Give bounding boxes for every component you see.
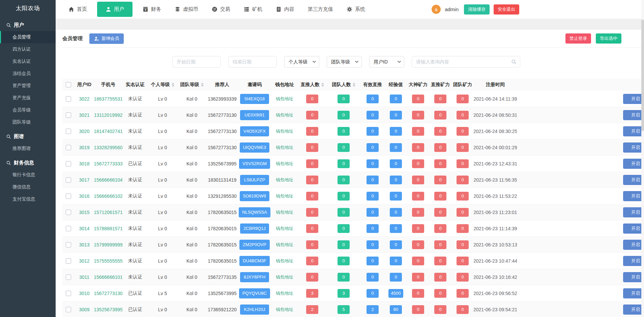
search-input[interactable] — [412, 56, 520, 68]
column-header-direct_count[interactable]: 直推人数 — [298, 82, 327, 88]
nav-tab-2[interactable]: ¥财务 — [136, 0, 168, 19]
team-level-select[interactable]: 团队等级 — [327, 56, 362, 68]
open-action-button[interactable]: 开启 — [623, 305, 644, 315]
phone-link[interactable]: 18147402741 — [94, 129, 122, 134]
phone-link[interactable]: 15799999999 — [94, 242, 122, 247]
user-id-link[interactable]: 3022 — [79, 96, 89, 102]
row-checkbox[interactable] — [66, 274, 71, 280]
sort-icon[interactable] — [172, 83, 174, 87]
forbid-login-button[interactable]: 禁止登录 — [565, 33, 591, 44]
nav-tab-0[interactable]: 首页 — [62, 0, 94, 19]
wallet-address-link[interactable]: 钱包地址 — [276, 209, 293, 215]
row-checkbox[interactable] — [66, 226, 71, 231]
nav-tab-6[interactable]: 内容 — [269, 0, 301, 19]
user-id-link[interactable]: 3015 — [79, 210, 89, 215]
phone-link[interactable]: 15755555555 — [94, 258, 122, 264]
sidebar-item[interactable]: 银行卡信息 — [0, 169, 56, 181]
phone-link[interactable]: 18637755531 — [94, 96, 122, 102]
invite-code-badge[interactable]: 5O619DW9 — [240, 191, 269, 201]
user-id-link[interactable]: 3017 — [79, 177, 89, 183]
column-header-level[interactable]: 个人等级 — [148, 82, 177, 88]
search-icon[interactable] — [511, 59, 517, 64]
invite-code-badge[interactable]: DU4BCM3F — [239, 256, 270, 266]
nav-tab-4[interactable]: 交易 — [205, 0, 237, 19]
user-id-link[interactable]: 3018 — [79, 161, 89, 166]
sidebar-item[interactable]: 支付宝信息 — [0, 193, 56, 205]
avatar[interactable]: a — [432, 5, 441, 14]
user-id-link[interactable]: 3011 — [79, 274, 89, 280]
add-member-button[interactable]: 新增会员 — [89, 33, 124, 44]
wallet-address-link[interactable]: 钱包地址 — [276, 242, 293, 248]
sidebar-item[interactable]: 团队等级 — [0, 116, 56, 128]
wallet-address-link[interactable]: 钱包地址 — [276, 161, 293, 167]
wallet-address-link[interactable]: 钱包地址 — [276, 226, 293, 232]
phone-link[interactable]: 15672773333 — [94, 161, 122, 166]
nav-tab-1[interactable]: 用户 — [97, 2, 133, 17]
row-checkbox[interactable] — [66, 129, 71, 134]
nav-tab-3[interactable]: 虚拟币 — [168, 0, 205, 19]
open-action-button[interactable]: 开启 — [623, 191, 644, 201]
sidebar-item[interactable]: 冻结会员 — [0, 68, 56, 80]
invite-code-badge[interactable]: 8JXY6PFH — [240, 272, 269, 282]
sidebar-item[interactable]: 四方认证 — [0, 43, 56, 55]
open-action-button[interactable]: 开启 — [623, 126, 644, 136]
user-id-link[interactable]: 3012 — [79, 258, 89, 264]
open-action-button[interactable]: 开启 — [623, 223, 644, 234]
sidebar-item[interactable]: 资产管理 — [0, 80, 56, 92]
user-id-link[interactable]: 3016 — [79, 193, 89, 199]
phone-link[interactable]: 13525673995 — [94, 307, 122, 312]
wallet-address-link[interactable]: 钱包地址 — [276, 258, 293, 264]
invite-code-badge[interactable]: LS8JLPZP — [240, 175, 269, 185]
wallet-address-link[interactable]: 钱包地址 — [276, 290, 293, 296]
invite-code-badge[interactable]: PQYQVU8C — [239, 288, 270, 298]
phone-link[interactable]: 15712061571 — [94, 210, 122, 215]
invite-code-badge[interactable]: VSVS2RGM — [239, 159, 270, 169]
row-checkbox[interactable] — [66, 112, 71, 118]
row-checkbox[interactable] — [66, 242, 71, 247]
user-id-link[interactable]: 3014 — [79, 226, 89, 231]
row-checkbox[interactable] — [66, 161, 71, 166]
admin-username[interactable]: admin — [445, 6, 459, 12]
sort-icon[interactable] — [201, 83, 204, 87]
scrollbar-thumb[interactable] — [641, 20, 644, 131]
select-all-checkbox[interactable] — [66, 82, 71, 87]
user-id-link[interactable]: 3019 — [79, 145, 89, 150]
user-id-link[interactable]: 3010 — [79, 291, 89, 296]
sidebar-item[interactable]: 会员管理 — [0, 31, 56, 43]
user-id-link[interactable]: 3020 — [79, 129, 89, 134]
nav-tab-5[interactable]: 矿机 — [237, 0, 269, 19]
team-level-select-control[interactable]: 团队等级 — [327, 56, 362, 68]
invite-code-badge[interactable]: K2HLH20J — [240, 305, 269, 315]
open-action-button[interactable]: 开启 — [623, 175, 644, 185]
invite-code-badge[interactable]: 5I4EXQ18 — [240, 94, 269, 104]
row-checkbox[interactable] — [66, 307, 71, 312]
row-checkbox[interactable] — [66, 145, 71, 150]
column-header-team_level[interactable]: 团队等级 — [177, 82, 207, 88]
phone-link[interactable]: 15672773130 — [94, 291, 122, 296]
open-action-button[interactable]: 开启 — [623, 94, 644, 104]
end-date-input[interactable] — [228, 56, 277, 68]
invite-code-badge[interactable]: UIQQVME3 — [240, 142, 270, 153]
open-action-button[interactable]: 开启 — [623, 240, 644, 250]
sidebar-item[interactable]: 实名认证 — [0, 55, 56, 68]
open-action-button[interactable]: 开启 — [623, 110, 644, 120]
personal-level-select[interactable]: 个人等级 — [284, 56, 319, 68]
phone-link[interactable]: 13112019992 — [94, 112, 122, 118]
start-date-input[interactable] — [172, 56, 221, 68]
nav-tab-8[interactable]: 系统 — [340, 0, 372, 19]
sidebar-item[interactable]: 资产充值 — [0, 92, 56, 104]
open-action-button[interactable]: 开启 — [623, 207, 644, 217]
wallet-address-link[interactable]: 钱包地址 — [276, 307, 293, 313]
personal-level-select-control[interactable]: 个人等级 — [284, 56, 319, 68]
phone-link[interactable]: 15666666101 — [94, 274, 122, 280]
sort-icon[interactable] — [321, 83, 324, 87]
search-field-select-control[interactable]: 用户ID — [369, 56, 404, 68]
row-checkbox[interactable] — [66, 258, 71, 264]
logout-button[interactable]: 安全退出 — [494, 4, 519, 15]
column-header-team_count[interactable]: 团队人数 — [327, 82, 360, 88]
invite-code-badge[interactable]: V4O5X2FX — [240, 126, 269, 136]
search-field-select[interactable]: 用户ID — [369, 56, 404, 68]
wallet-address-link[interactable]: 钱包地址 — [276, 128, 293, 134]
wallet-address-link[interactable]: 钱包地址 — [276, 177, 293, 183]
export-selected-button[interactable]: 导出选中 — [596, 33, 621, 44]
